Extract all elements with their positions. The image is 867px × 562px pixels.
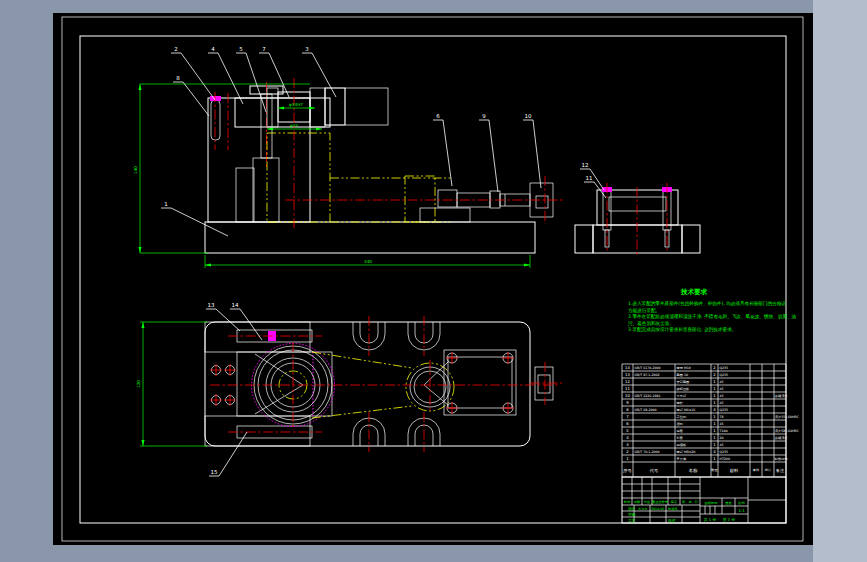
desktop-right-band (813, 0, 867, 562)
tb-date-sig: 2014.06 (651, 507, 664, 511)
svg-text:Q235: Q235 (720, 408, 729, 412)
tb-sheets: 共 1 张 (704, 517, 717, 522)
note-line-4: 污、着色剂和灰尘等。 (628, 320, 674, 327)
tb-weight: 重量 (725, 501, 732, 505)
svg-text:代号: 代号 (649, 468, 659, 473)
svg-text:45: 45 (720, 394, 724, 398)
svg-text:10: 10 (625, 393, 630, 398)
dim-plan-width: 120 (136, 380, 141, 388)
svg-text:20: 20 (720, 436, 724, 440)
svg-text:4: 4 (211, 46, 215, 52)
svg-text:时效处理: 时效处理 (775, 457, 789, 461)
svg-text:支承钉: 支承钉 (677, 394, 687, 398)
svg-text:11: 11 (586, 175, 593, 181)
tb-date: 年、月、日 (682, 500, 698, 504)
svg-text:Q235: Q235 (720, 450, 729, 454)
svg-text:14: 14 (232, 302, 239, 308)
svg-text:序号: 序号 (623, 468, 632, 473)
svg-text:GB/T 97.1-2002: GB/T 97.1-2002 (635, 373, 660, 377)
svg-text:GB/T 2226-1991: GB/T 2226-1991 (635, 394, 661, 398)
svg-text:45: 45 (720, 387, 724, 391)
svg-text:衬套: 衬套 (677, 436, 683, 440)
svg-text:Q235: Q235 (720, 373, 729, 377)
svg-text:渗碳淬火: 渗碳淬火 (775, 436, 789, 440)
svg-text:总计: 总计 (764, 468, 772, 472)
svg-text:螺钉 M6×16: 螺钉 M6×16 (677, 408, 696, 412)
note-line-1: 1.进入装配的零件及部件(包括外购件、外协件), 均必须具有检验部门的合格证 (628, 300, 786, 307)
svg-text:8: 8 (176, 75, 180, 81)
svg-text:螺母 M10: 螺母 M10 (677, 366, 691, 370)
svg-text:45: 45 (720, 401, 724, 405)
tb-scale-value: 1:1 (738, 508, 745, 513)
svg-text:钻套: 钻套 (676, 429, 683, 433)
tb-sheet: 第 1 张 (723, 517, 736, 522)
svg-text:备注: 备注 (776, 468, 785, 473)
tb-scale: 比例 (738, 501, 744, 505)
svg-text:45: 45 (720, 422, 724, 426)
svg-text:13: 13 (208, 302, 215, 308)
note-line-3: 2.零件在装配前必须清理和清洗干净, 不得有毛刺、飞边、氧化皮、锈蚀、切屑、油 (628, 313, 796, 320)
svg-text:6: 6 (436, 113, 440, 119)
svg-text:夹具体: 夹具体 (677, 457, 687, 461)
tb-file: 更改文件号 (652, 500, 669, 504)
svg-text:淬火55~60HRC: 淬火55~60HRC (775, 415, 800, 419)
svg-text:单件: 单件 (753, 468, 760, 472)
tb-zone: 分区 (644, 500, 651, 504)
svg-text:15: 15 (211, 469, 218, 475)
drawing-viewport[interactable]: 140 340 φ34H7 φ25 (0, 0, 867, 562)
tb-appr: 批准 (668, 518, 676, 523)
svg-text:14: 14 (625, 365, 630, 370)
svg-text:定位销: 定位销 (677, 415, 687, 419)
svg-text:铰链压板: 铰链压板 (676, 387, 691, 391)
bom-row: 13 GB/T 97.1-2002 垫圈 10 2 Q235 (625, 372, 728, 377)
svg-text:45: 45 (720, 380, 724, 384)
tb-mark: 标记 (623, 500, 631, 504)
svg-text:名称: 名称 (689, 468, 698, 473)
svg-text:9: 9 (482, 113, 486, 119)
dim-bush-outer: φ25 (290, 123, 298, 128)
dim-front-height: 140 (133, 166, 138, 174)
svg-text:1: 1 (164, 201, 168, 207)
tb-proc: 工艺 (628, 518, 636, 523)
svg-text:挡销: 挡销 (677, 422, 684, 426)
tb-stage: 阶段标记 (705, 501, 719, 505)
svg-text:渗碳淬火: 渗碳淬火 (775, 394, 789, 398)
tb-check: 审核 (628, 512, 636, 517)
tb-name-sig: ××× (638, 506, 648, 511)
svg-text:垫圈 10: 垫圈 10 (677, 373, 688, 377)
dim-front-length: 340 (364, 259, 372, 264)
bom-row: 2 GB/T 70.1-2000 螺钉 M8×20 4 Q235 (626, 449, 728, 454)
tb-std: 标准化 (667, 507, 678, 511)
pin-cap (210, 96, 221, 101)
svg-text:T10A: T10A (719, 429, 729, 433)
svg-text:12: 12 (582, 162, 589, 168)
svg-text:45: 45 (720, 443, 724, 447)
bom-row: 8 GB/T 68-2000 螺钉 M6×16 4 Q235 (626, 407, 728, 412)
svg-text:10: 10 (525, 113, 532, 119)
svg-text:Q235: Q235 (720, 366, 729, 370)
dim-bush-bore: φ34H7 (289, 102, 303, 107)
svg-text:淬火58~64HRC: 淬火58~64HRC (775, 429, 800, 433)
svg-text:开口垫圈: 开口垫圈 (677, 380, 690, 384)
svg-text:T8: T8 (719, 415, 724, 419)
bom-row: 14 GB/T 6170-2000 螺母 M10 2 Q235 (625, 365, 728, 370)
svg-text:11: 11 (625, 386, 630, 391)
drawing-canvas[interactable] (53, 13, 813, 545)
svg-text:13: 13 (625, 372, 630, 377)
svg-text:数量: 数量 (711, 468, 718, 472)
tb-count: 处数 (634, 500, 641, 504)
svg-text:螺杆: 螺杆 (677, 401, 684, 405)
cad-application-window: 140 340 φ34H7 φ25 (0, 0, 867, 562)
notes-title: 技术要求 (680, 288, 708, 296)
tb-design: 设计 (628, 506, 636, 511)
svg-text:5: 5 (239, 46, 243, 52)
note-line-5: 3.装配完成后按设计要求检查各部位, 达到技术要求。 (628, 326, 736, 333)
tb-sign: 签名 (671, 500, 677, 504)
svg-text:GB/T 68-2000: GB/T 68-2000 (635, 408, 657, 412)
svg-text:3: 3 (305, 46, 309, 52)
svg-text:12: 12 (625, 379, 630, 384)
svg-text:GB/T 6170-2000: GB/T 6170-2000 (635, 366, 661, 370)
svg-text:螺钉 M8×20: 螺钉 M8×20 (677, 450, 696, 454)
svg-text:HT200: HT200 (720, 457, 730, 461)
svg-text:钻模板: 钻模板 (676, 443, 687, 447)
